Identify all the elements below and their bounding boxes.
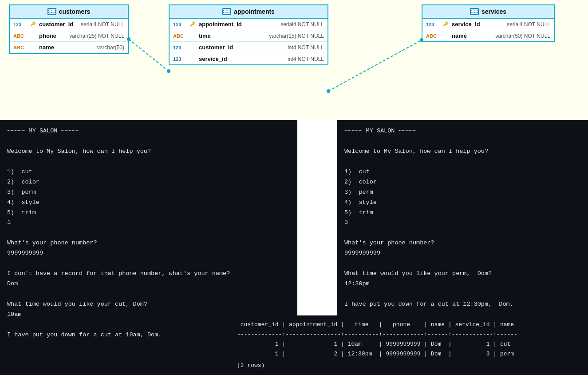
customers-row-1: ABC phone varchar(25) NOT NULL bbox=[10, 30, 128, 42]
badge-abc: ABC bbox=[426, 33, 440, 39]
appointments-table-icon bbox=[222, 8, 231, 15]
terminal-blank bbox=[7, 228, 290, 238]
badge-abc: ABC bbox=[13, 33, 28, 39]
field-name: name bbox=[39, 44, 54, 51]
query-result-panel: customer_id | appointment_id | time | ph… bbox=[231, 315, 588, 375]
services-table-icon bbox=[470, 8, 479, 15]
terminal-line: I have put you down for a cut at 12:30pm… bbox=[344, 299, 581, 310]
badge-num: 123 bbox=[173, 45, 187, 50]
terminal-blank bbox=[344, 228, 581, 238]
terminal-blank bbox=[344, 136, 581, 147]
badge-num: 123 bbox=[426, 22, 440, 27]
appointments-row-2: 123 customer_id int4 NOT NULL bbox=[170, 42, 328, 53]
terminal-line: ~~~~~ MY SALON ~~~~~ bbox=[7, 126, 290, 136]
terminal-line: What time would you like your perm, Dom? bbox=[344, 269, 581, 279]
query-divider: -------------+----------------+---------… bbox=[237, 330, 582, 339]
query-footer: (2 rows) bbox=[237, 361, 582, 371]
terminal-blank bbox=[344, 289, 581, 299]
terminal-blank bbox=[7, 157, 290, 167]
svg-point-2 bbox=[167, 69, 170, 73]
key-icon: 🔑 bbox=[30, 21, 36, 28]
terminal-line: 3) perm bbox=[7, 188, 290, 198]
customers-row-2: ABC name varchar(50) bbox=[10, 42, 128, 53]
field-type: int4 NOT NULL bbox=[288, 44, 324, 51]
customers-row-0: 123 🔑 customer_id serial4 NOT NULL bbox=[10, 19, 128, 30]
terminal-line: I don't have a record for that phone num… bbox=[7, 269, 290, 279]
appointments-row-1: ABC time varchar(15) NOT NULL bbox=[170, 30, 328, 42]
terminal-blank bbox=[7, 289, 290, 299]
terminal-blank bbox=[344, 157, 581, 167]
table-customers: customers 123 🔑 customer_id serial4 NOT … bbox=[9, 4, 129, 54]
terminal-blank bbox=[7, 259, 290, 269]
appointments-title: appointments bbox=[234, 8, 275, 15]
query-row-0: 1 | 1 | 10am | 9999999999 | Dom | 1 | cu… bbox=[237, 339, 582, 349]
svg-line-0 bbox=[129, 39, 169, 71]
badge-abc: ABC bbox=[173, 33, 187, 39]
field-type: serial4 NOT NULL bbox=[81, 21, 124, 28]
svg-point-4 bbox=[327, 89, 330, 93]
terminal-line: Welcome to My Salon, how can I help you? bbox=[7, 147, 290, 157]
terminal-input: 3 bbox=[344, 218, 581, 228]
table-services: services 123 🔑 service_id serial4 NOT NU… bbox=[422, 4, 555, 42]
customers-title: customers bbox=[59, 8, 91, 15]
svg-line-3 bbox=[328, 40, 422, 91]
terminal-line: What's your phone number? bbox=[344, 238, 581, 248]
field-type: varchar(50) bbox=[97, 44, 124, 51]
key-icon: 🔑 bbox=[190, 21, 196, 28]
terminal-line: 4) style bbox=[344, 198, 581, 208]
field-type: varchar(50) NOT NULL bbox=[495, 33, 550, 39]
terminal-input: 1 bbox=[7, 218, 290, 228]
appointments-header: appointments bbox=[170, 5, 328, 19]
query-header: customer_id | appointment_id | time | ph… bbox=[237, 320, 582, 330]
diagram-area: customers 123 🔑 customer_id serial4 NOT … bbox=[0, 0, 588, 120]
terminal-line: 5) trim bbox=[7, 208, 290, 218]
field-name: time bbox=[199, 32, 211, 39]
terminal-line: 5) trim bbox=[344, 208, 581, 218]
customers-table-icon bbox=[47, 8, 56, 15]
terminal-blank bbox=[7, 136, 290, 147]
field-name: name bbox=[452, 32, 467, 39]
services-title: services bbox=[481, 8, 506, 15]
field-type: serial4 NOT NULL bbox=[507, 21, 550, 28]
field-type: serial4 NOT NULL bbox=[280, 21, 324, 28]
field-name: service_id bbox=[199, 56, 227, 62]
appointments-row-3: 123 service_id int4 NOT NULL bbox=[170, 53, 328, 64]
terminal-line: What's your phone number? bbox=[7, 238, 290, 248]
field-type: varchar(15) NOT NULL bbox=[269, 33, 324, 39]
terminal-input: 9999999999 bbox=[344, 248, 581, 259]
badge-num: 123 bbox=[173, 56, 187, 62]
badge-abc: ABC bbox=[13, 45, 28, 50]
terminal-line: 4) style bbox=[7, 198, 290, 208]
query-row-1: 1 | 2 | 12:30pm | 9999999999 | Dom | 3 |… bbox=[237, 349, 582, 359]
services-row-1: ABC name varchar(50) NOT NULL bbox=[422, 30, 554, 41]
field-name: phone bbox=[39, 32, 56, 39]
customers-header: customers bbox=[10, 5, 128, 19]
terminal-line: 2) color bbox=[344, 177, 581, 188]
terminal-line: ~~~~~ MY SALON ~~~~~ bbox=[344, 126, 581, 136]
badge-num: 123 bbox=[13, 22, 28, 27]
terminal-line: 2) color bbox=[7, 177, 290, 188]
field-name: appointment_id bbox=[199, 21, 242, 28]
terminal-input: 12:30pm bbox=[344, 279, 581, 289]
field-name: customer_id bbox=[199, 44, 233, 51]
terminal-line: What time would you like your cut, Dom? bbox=[7, 299, 290, 310]
field-type: varchar(25) NOT NULL bbox=[69, 33, 124, 39]
badge-num: 123 bbox=[173, 22, 187, 27]
field-name: service_id bbox=[452, 21, 480, 28]
terminal-line: 3) perm bbox=[344, 188, 581, 198]
appointments-row-0: 123 🔑 appointment_id serial4 NOT NULL bbox=[170, 19, 328, 30]
field-name: customer_id bbox=[39, 21, 73, 28]
terminal-blank bbox=[344, 259, 581, 269]
key-icon: 🔑 bbox=[443, 21, 449, 28]
services-header: services bbox=[422, 5, 554, 19]
field-type: int4 NOT NULL bbox=[288, 56, 324, 62]
services-row-0: 123 🔑 service_id serial4 NOT NULL bbox=[422, 19, 554, 30]
table-appointments: appointments 123 🔑 appointment_id serial… bbox=[169, 4, 328, 65]
terminal-input: 9999999999 bbox=[7, 248, 290, 259]
terminal-line: Welcome to My Salon, how can I help you? bbox=[344, 147, 581, 157]
terminal-line: 1) cut bbox=[344, 167, 581, 177]
terminal-input: Dom bbox=[7, 279, 290, 289]
terminal-line: 1) cut bbox=[7, 167, 290, 177]
